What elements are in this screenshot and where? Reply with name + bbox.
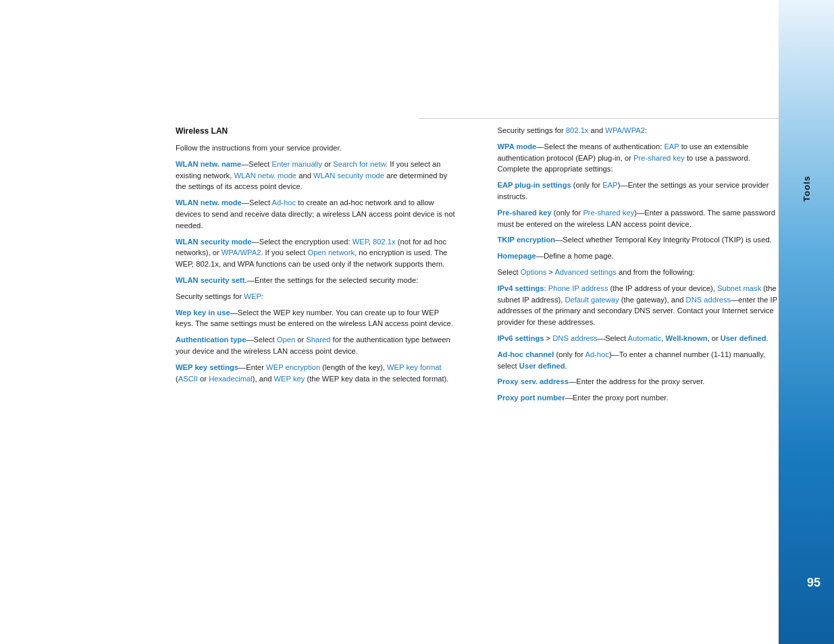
shared-link[interactable]: Shared bbox=[306, 336, 330, 344]
wpa-mode-link[interactable]: WPA mode bbox=[498, 142, 537, 151]
ipv4-settings-link[interactable]: IPv4 settings bbox=[498, 284, 544, 292]
homepage-paragraph: Homepage—Define a home page. bbox=[498, 250, 779, 262]
pre-shared-key-link3[interactable]: Pre-shared key bbox=[583, 209, 634, 217]
eap-link1[interactable]: EAP bbox=[664, 142, 679, 151]
ad-hoc-link1[interactable]: Ad-hoc bbox=[272, 198, 296, 207]
side-tab: Tools 95 bbox=[779, 0, 834, 644]
hexadecimal-link[interactable]: Hexadecimal bbox=[209, 375, 253, 383]
well-known-link[interactable]: Well-known bbox=[666, 334, 708, 342]
intro-paragraph: Follow the instructions from your servic… bbox=[176, 142, 457, 154]
automatic-link[interactable]: Automatic bbox=[628, 334, 662, 342]
wep-key-format-link[interactable]: WEP key format bbox=[387, 363, 442, 371]
wpa-wpa2-link2[interactable]: WPA/WPA2 bbox=[605, 126, 645, 134]
wep-key-in-use-paragraph: Wep key in use—Select the WEP key number… bbox=[176, 307, 457, 330]
tkip-paragraph: TKIP encryption—Select whether Temporal … bbox=[498, 234, 779, 246]
pre-shared-key-link1[interactable]: Pre-shared key bbox=[633, 154, 685, 162]
page-number: 95 bbox=[807, 576, 820, 590]
security-wep-header: Security settings for WEP: bbox=[176, 291, 457, 302]
advanced-settings-link[interactable]: Advanced settings bbox=[554, 268, 616, 276]
proxy-port-link[interactable]: Proxy port number bbox=[498, 394, 565, 402]
content-area: Wireless LAN Follow the instructions fro… bbox=[176, 125, 779, 603]
proxy-port-paragraph: Proxy port number—Enter the proxy port n… bbox=[498, 392, 779, 404]
user-defined-link2[interactable]: User defined bbox=[519, 362, 565, 370]
enter-manually-link[interactable]: Enter manually bbox=[272, 160, 323, 168]
open-link[interactable]: Open bbox=[277, 336, 295, 344]
adhoc-channel-paragraph: Ad-hoc channel (only for Ad-hoc)—To ente… bbox=[498, 349, 779, 372]
wep-link1[interactable]: WEP bbox=[353, 238, 369, 246]
wpa-mode-paragraph: WPA mode—Select the means of authenticat… bbox=[498, 141, 779, 175]
802-1x-link1[interactable]: 802.1x bbox=[373, 238, 396, 246]
wlan-netw-name-link[interactable]: WLAN netw. name bbox=[176, 160, 241, 168]
homepage-link[interactable]: Homepage bbox=[498, 252, 536, 260]
pre-shared-key-paragraph: Pre-shared key (only for Pre-shared key)… bbox=[498, 207, 779, 230]
page: Wireless LAN Follow the instructions fro… bbox=[0, 0, 834, 644]
wep-key-in-use-link[interactable]: Wep key in use bbox=[176, 308, 230, 317]
eap-plugin-paragraph: EAP plug-in settings (only for EAP)—Ente… bbox=[498, 180, 779, 203]
security-802-wpa-header: Security settings for 802.1x and WPA/WPA… bbox=[498, 125, 779, 136]
pre-shared-key-link2[interactable]: Pre-shared key bbox=[498, 209, 552, 217]
802-1x-link2[interactable]: 802.1x bbox=[566, 126, 589, 134]
wlan-netw-mode-paragraph: WLAN netw. mode—Select Ad-hoc to create … bbox=[176, 197, 457, 231]
proxy-serv-paragraph: Proxy serv. address—Enter the address fo… bbox=[498, 376, 779, 387]
auth-type-link[interactable]: Authentication type bbox=[176, 336, 246, 344]
wep-link2[interactable]: WEP bbox=[244, 292, 261, 300]
proxy-serv-link[interactable]: Proxy serv. address bbox=[498, 377, 569, 385]
subnet-mask-link[interactable]: Subnet mask bbox=[717, 284, 761, 292]
right-column: Security settings for 802.1x and WPA/WPA… bbox=[488, 125, 779, 603]
search-for-netw-link[interactable]: Search for netw. bbox=[333, 160, 388, 168]
user-defined-link1[interactable]: User defined bbox=[721, 334, 766, 342]
ad-hoc-link2[interactable]: Ad-hoc bbox=[585, 350, 608, 358]
open-network-link[interactable]: Open network bbox=[307, 248, 355, 257]
wpa-wpa2-link1[interactable]: WPA/WPA2 bbox=[221, 248, 261, 257]
ipv4-paragraph: IPv4 settings: Phone IP address (the IP … bbox=[498, 283, 779, 328]
left-column: Wireless LAN Follow the instructions fro… bbox=[176, 125, 467, 603]
wlan-netw-name-paragraph: WLAN netw. name—Select Enter manually or… bbox=[176, 159, 457, 192]
dns-address-link2[interactable]: DNS address bbox=[552, 334, 598, 342]
wlan-security-sett-paragraph: WLAN security sett.—Enter the settings f… bbox=[176, 275, 457, 286]
wep-encryption-link[interactable]: WEP encryption bbox=[266, 363, 320, 371]
phone-ip-link[interactable]: Phone IP address bbox=[548, 284, 608, 292]
tkip-link[interactable]: TKIP encryption bbox=[498, 236, 556, 244]
wlan-security-mode-paragraph: WLAN security mode—Select the encryption… bbox=[176, 236, 457, 270]
side-tab-label: Tools bbox=[802, 176, 812, 202]
wep-key-settings-paragraph: WEP key settings—Enter WEP encryption (l… bbox=[176, 362, 457, 385]
wep-key-link[interactable]: WEP key bbox=[274, 375, 305, 383]
wep-key-settings-link[interactable]: WEP key settings bbox=[176, 363, 238, 371]
wlan-security-mode-link1[interactable]: WLAN security mode bbox=[313, 171, 384, 180]
ipv6-settings-link[interactable]: IPv6 settings bbox=[498, 334, 544, 342]
eap-link2[interactable]: EAP bbox=[602, 181, 617, 189]
options-link[interactable]: Options bbox=[521, 268, 547, 276]
section-title: Wireless LAN bbox=[176, 125, 457, 137]
wlan-netw-mode-link1[interactable]: WLAN netw. mode bbox=[234, 171, 296, 180]
auth-type-paragraph: Authentication type—Select Open or Share… bbox=[176, 334, 457, 357]
default-gateway-link[interactable]: Default gateway bbox=[565, 296, 619, 304]
dns-address-link1[interactable]: DNS address bbox=[686, 296, 731, 304]
eap-plugin-link[interactable]: EAP plug-in settings bbox=[498, 181, 571, 189]
top-divider bbox=[419, 118, 779, 119]
ipv6-paragraph: IPv6 settings > DNS address—Select Autom… bbox=[498, 333, 779, 344]
wlan-security-sett-link[interactable]: WLAN security sett. bbox=[176, 276, 247, 284]
wlan-security-mode-link[interactable]: WLAN security mode bbox=[176, 238, 252, 246]
wlan-netw-mode-link[interactable]: WLAN netw. mode bbox=[176, 198, 242, 207]
select-options-paragraph: Select Options > Advanced settings and f… bbox=[498, 267, 779, 278]
adhoc-channel-link[interactable]: Ad-hoc channel bbox=[498, 350, 554, 358]
ascii-link[interactable]: ASCII bbox=[178, 375, 198, 383]
